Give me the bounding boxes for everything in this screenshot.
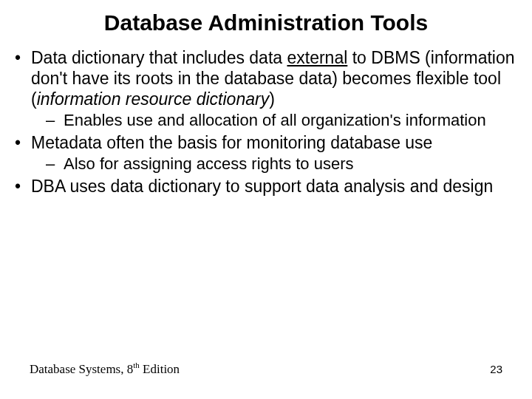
bullet1-italic: information resource dictionary (37, 89, 269, 109)
bullet1-sublist: Enables use and allocation of all organi… (31, 111, 525, 131)
bullet1-text-pre: Data dictionary that includes data (31, 48, 287, 67)
bullet-list-level1: Data dictionary that includes data exter… (7, 47, 525, 197)
slide-body: Data dictionary that includes data exter… (7, 47, 525, 197)
footer-book-sup: th (133, 361, 140, 369)
bullet1-text-post: ) (269, 89, 275, 109)
bullet-item-1: Data dictionary that includes data exter… (7, 47, 525, 131)
bullet2-text: Metadata often the basis for monitoring … (31, 133, 432, 152)
bullet2-sublist: Also for assigning access rights to user… (31, 154, 525, 174)
bullet1-underlined: external (287, 48, 347, 67)
slide-title: Database Administration Tools (7, 10, 525, 35)
footer-page-number: 23 (490, 363, 502, 375)
bullet-item-2: Metadata often the basis for monitoring … (7, 132, 525, 174)
bullet1-sub1: Enables use and allocation of all organi… (46, 111, 525, 131)
bullet-item-3: DBA uses data dictionary to support data… (7, 176, 525, 197)
footer-book-post: Edition (140, 362, 180, 376)
slide-footer: Database Systems, 8th Edition 23 (0, 361, 532, 377)
footer-book-pre: Database Systems, 8 (30, 362, 133, 376)
footer-book-title: Database Systems, 8th Edition (30, 361, 180, 377)
bullet2-sub1: Also for assigning access rights to user… (46, 154, 525, 174)
